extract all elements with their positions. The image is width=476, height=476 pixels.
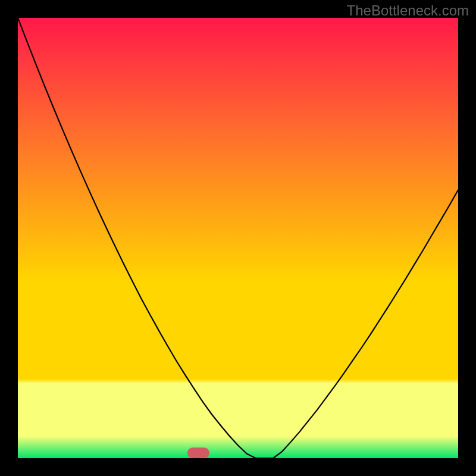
bottleneck-marker [187, 447, 209, 458]
chart-plot-area [18, 18, 458, 458]
chart-background-gradient [18, 18, 458, 458]
watermark-text: TheBottleneck.com [347, 2, 469, 19]
chart-svg [18, 18, 458, 458]
